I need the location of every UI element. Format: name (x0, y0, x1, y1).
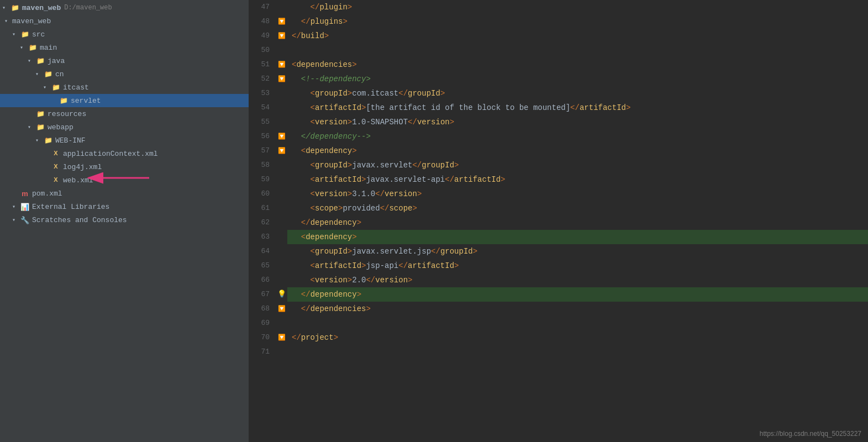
line-number: 69 (249, 316, 276, 330)
sidebar-item-resources[interactable]: 📁 resources (0, 107, 249, 120)
editor-wrapper: 47 </plugin> 48 🔽 </plugins> 49 🔽 </buil… (249, 0, 868, 442)
sidebar-item-external-libs[interactable]: ▾ 📊 External Libraries (0, 200, 249, 213)
line-number: 62 (249, 215, 276, 230)
line-content: <artifactId>[the artifact id of the bloc… (287, 101, 868, 115)
sidebar-item-webapp[interactable]: ▾ 📁 webapp (0, 120, 249, 134)
line-number: 49 (249, 29, 276, 43)
line-content: </dependency> (287, 287, 868, 302)
code-line-67: 67 💡 </dependency> (249, 287, 868, 302)
sidebar-item-applicationContext[interactable]: X applicationContext.xml (0, 147, 249, 160)
code-line-62: 62 </dependency> (249, 215, 868, 230)
bulb-icon[interactable]: 💡 (277, 287, 286, 302)
sidebar-item-java[interactable]: ▾ 📁 java (0, 54, 249, 67)
fold-icon[interactable]: 🔽 (278, 29, 286, 43)
tree-item-label: servlet (71, 97, 101, 105)
line-content: </plugins> (287, 14, 868, 29)
code-line-58: 58 <groupId>javax.servlet</groupId> (249, 158, 868, 172)
line-content: <dependency> (287, 144, 868, 158)
code-line-57: 57 🔽 <dependency> (249, 144, 868, 158)
sidebar-project-root[interactable]: ▾ 📁 maven_web D:/maven_web (0, 1, 249, 14)
tree-arrow: ▾ (43, 84, 51, 91)
fold-icon[interactable]: 🔽 (278, 14, 286, 29)
line-content: <artifactId>javax.servlet-api</artifactI… (287, 172, 868, 187)
fold-icon[interactable]: 🔽 (278, 129, 286, 144)
tree-item-label: External Libraries (32, 203, 109, 211)
sidebar-item-src[interactable]: ▾ 📁 src (0, 28, 249, 41)
fold-icon[interactable]: 🔽 (278, 330, 286, 345)
sidebar-item-web[interactable]: X web.xml (0, 173, 249, 187)
code-line-52: 52 🔽 <!--dependency> (249, 72, 868, 86)
line-content: <groupId>com.itcast</groupId> (287, 86, 868, 101)
xml-icon: X (51, 163, 61, 171)
line-number: 51 (249, 57, 276, 72)
tree-item-label: java (48, 57, 65, 65)
tree-item-label: src (32, 30, 45, 39)
line-content: </build> (287, 29, 868, 43)
fold-icon[interactable]: 🔽 (278, 144, 286, 158)
line-number: 47 (249, 0, 276, 14)
tree-arrow: ▾ (28, 57, 35, 64)
tree-arrow: ▾ (12, 217, 20, 223)
line-number: 53 (249, 86, 276, 101)
tree-item-label: Scratches and Consoles (32, 216, 127, 224)
tree-arrow: ▾ (35, 137, 43, 144)
fold-icon[interactable]: 🔽 (278, 72, 286, 86)
line-number: 55 (249, 115, 276, 129)
fold-icon[interactable]: 🔽 (278, 57, 286, 72)
line-number: 68 (249, 302, 276, 316)
line-number: 70 (249, 330, 276, 345)
line-content: </project> (287, 330, 868, 345)
line-number: 57 (249, 144, 276, 158)
tree-arrow: ▾ (20, 44, 28, 51)
code-area: 47 </plugin> 48 🔽 </plugins> 49 🔽 </buil… (249, 0, 868, 359)
tree-arrow: ▾ (12, 203, 20, 210)
sidebar-item-scratches[interactable]: ▾ 🔧 Scratches and Consoles (0, 213, 249, 227)
code-line-71: 71 (249, 345, 868, 359)
line-number: 61 (249, 201, 276, 215)
code-line-69: 69 (249, 316, 868, 330)
sidebar-item-log4j[interactable]: X log4j.xml (0, 160, 249, 173)
tree-item-label: webapp (48, 123, 73, 131)
line-content: <dependencies> (287, 57, 868, 72)
code-line-64: 64 <groupId>javax.servlet.jsp</groupId> (249, 244, 868, 259)
line-gutter: 🔽 (276, 29, 287, 43)
line-content: <groupId>javax.servlet</groupId> (287, 158, 868, 172)
tree-item-label: WEB-INF (55, 136, 86, 145)
comment-text: </dependency--> (292, 132, 371, 141)
xml-icon: X (51, 150, 61, 157)
sidebar-item-maven_web[interactable]: ▾ maven_web (0, 14, 249, 28)
fold-icon[interactable]: 🔽 (278, 302, 286, 316)
code-line-66: 66 <version>2.0</version> (249, 273, 868, 287)
sidebar-item-itcast[interactable]: ▾ 📁 itcast (0, 81, 249, 94)
folder-icon: 📁 (43, 136, 53, 144)
folder-icon: 📁 (35, 110, 45, 118)
line-gutter: 🔽 (276, 302, 287, 316)
tree-arrow: ▾ (28, 124, 35, 130)
ext-lib-icon: 📊 (20, 203, 30, 211)
sidebar-item-servlet[interactable]: 📁 servlet (0, 94, 249, 107)
folder-icon: 📁 (35, 57, 45, 65)
code-editor: 47 </plugin> 48 🔽 </plugins> 49 🔽 </buil… (249, 0, 868, 442)
line-number: 54 (249, 101, 276, 115)
line-content: </plugin> (287, 0, 868, 14)
folder-icon: 📁 (35, 123, 45, 131)
line-content: <version>2.0</version> (287, 273, 868, 287)
line-gutter: 🔽 (276, 57, 287, 72)
tree-item-label: itcast (63, 83, 89, 92)
line-number: 50 (249, 43, 276, 57)
code-line-50: 50 (249, 43, 868, 57)
code-line-53: 53 <groupId>com.itcast</groupId> (249, 86, 868, 101)
sidebar-item-WEB-INF[interactable]: ▾ 📁 WEB-INF (0, 134, 249, 147)
sidebar-item-cn[interactable]: ▾ 📁 cn (0, 67, 249, 81)
code-line-55: 55 <version>1.0-SNAPSHOT</version> (249, 115, 868, 129)
tree-item-label: log4j.xml (63, 163, 102, 171)
code-line-60: 60 <version>3.1.0</version> (249, 187, 868, 201)
sidebar-item-pom[interactable]: m pom.xml (0, 187, 249, 200)
line-number: 67 (249, 287, 276, 302)
tree-item-label: resources (48, 110, 86, 118)
line-gutter: 🔽 (276, 144, 287, 158)
tree-item-label: applicationContext.xml (63, 150, 158, 158)
sidebar-item-main[interactable]: ▾ 📁 main (0, 41, 249, 54)
folder-icon: 📁 (20, 30, 30, 38)
line-number: 60 (249, 187, 276, 201)
